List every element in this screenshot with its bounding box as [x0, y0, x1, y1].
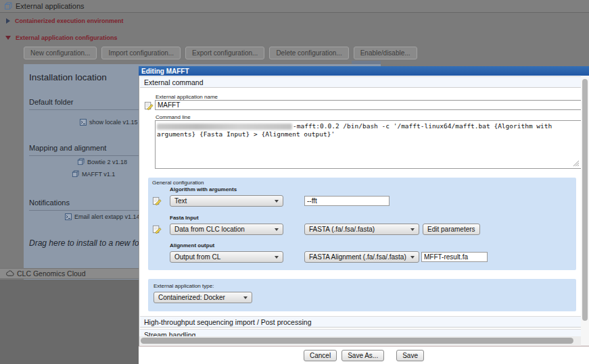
algorithm-type-dropdown[interactable]: Text [170, 195, 283, 207]
save-button[interactable]: Save [396, 350, 424, 361]
new-configuration-button[interactable]: New configuration... [24, 47, 97, 59]
installed-app-label[interactable]: Bowtie 2 v1.18 [87, 159, 127, 165]
editing-mafft-dialog: Editing MAFFT External command External … [139, 66, 589, 364]
configuration-toolbar: New configuration... Import configuratio… [24, 47, 417, 59]
output-filename-input[interactable] [421, 252, 488, 262]
application-type-dropdown[interactable]: Containerized: Docker [154, 292, 252, 303]
cube-icon [77, 158, 85, 165]
installed-app-label[interactable]: MAFFT v1.1 [82, 171, 115, 178]
edit-parameters-button[interactable]: Edit parameters [423, 224, 480, 235]
dropdown-value: Containerized: Docker [158, 294, 225, 301]
drag-hint-text: Drag here to install to a new folder [29, 238, 153, 248]
chevron-down-icon [275, 256, 279, 259]
edit-pencil-icon [152, 196, 162, 205]
installed-app-item[interactable]: Bowtie 2 v1.18 [77, 158, 127, 165]
dropdown-value: Text [174, 197, 187, 205]
application-type-group: External application type: Containerized… [148, 279, 576, 311]
installed-app-label[interactable]: show locale v1.15 [89, 119, 138, 126]
dialog-titlebar[interactable]: Editing MAFFT [139, 66, 589, 76]
redacted-registry-text [157, 124, 292, 130]
app-name-label: External application name [156, 94, 218, 100]
delete-configuration-button[interactable]: Delete configuration... [269, 47, 348, 59]
installed-app-item[interactable]: Email alert extapp v1.14 [65, 213, 140, 220]
command-line-textarea[interactable]: -mafft:0.0.2 /bin/bash -c '/mafft-linux6… [155, 120, 582, 169]
output-source-dropdown[interactable]: Output from CL [170, 251, 283, 263]
application-type-label: External application type: [154, 283, 214, 289]
command-line-label: Command line [156, 114, 191, 120]
app-name-input[interactable] [155, 100, 582, 110]
tree-item-label[interactable]: External application configurations [16, 34, 118, 41]
fasta-format-dropdown[interactable]: FASTA (.fa/.fsa/.fasta) [304, 224, 419, 235]
algorithm-arguments-input[interactable] [304, 196, 390, 206]
external-applications-icon [4, 2, 12, 10]
resize-grip-icon[interactable] [573, 160, 580, 167]
save-as-button[interactable]: Save As... [341, 350, 384, 361]
general-configuration-legend: General configuration [152, 180, 204, 186]
fasta-source-dropdown[interactable]: Data from CLC location [170, 224, 283, 235]
dialog-footer: Cancel Save As... Save [139, 346, 589, 364]
section-external-command[interactable]: External command [140, 76, 581, 88]
output-format-dropdown[interactable]: FASTA Alignment (.fa/.fsa/.fasta) [304, 251, 419, 263]
chevron-down-icon [410, 256, 415, 259]
dropdown-value: FASTA (.fa/.fsa/.fasta) [309, 226, 375, 233]
cube-icon [72, 170, 79, 178]
chevron-down-icon [275, 200, 279, 203]
dropdown-value: FASTA Alignment (.fa/.fsa/.fasta) [309, 253, 406, 261]
cloud-icon [5, 270, 14, 277]
installed-app-item[interactable]: show locale v1.15 [80, 119, 138, 126]
horizontal-scrollbar[interactable] [139, 336, 581, 345]
dialog-body: External command External application na… [139, 76, 589, 346]
vertical-scrollbar-thumb[interactable] [582, 79, 588, 321]
section-label: External command [144, 78, 204, 86]
command-line-text-1: -mafft:0.0.2 /bin/bash -c '/mafft-linux6… [293, 122, 552, 130]
edit-pencil-icon [152, 224, 162, 234]
expanded-arrow-icon[interactable] [5, 36, 11, 40]
algorithm-arguments-label: Algorithm with arguments [170, 186, 237, 192]
tree-item-configurations[interactable]: External application configurations [5, 34, 118, 41]
screen: External applications Containerized exec… [0, 0, 589, 364]
terminal-icon [65, 213, 72, 220]
workspace-empty-area [0, 280, 139, 364]
horizontal-scrollbar-thumb[interactable] [141, 338, 573, 344]
dropdown-value: Data from CLC location [174, 226, 245, 233]
command-line-text-2: arguments} {Fasta Input} > {Alignment ou… [157, 130, 335, 138]
general-configuration-group: General configuration Algorithm with arg… [148, 178, 576, 270]
section-label: High-throughput sequencing import / Post… [144, 318, 311, 326]
installed-app-label[interactable]: Email alert extapp v1.14 [74, 213, 140, 220]
vertical-scrollbar[interactable] [581, 76, 589, 346]
chevron-down-icon [243, 296, 248, 299]
panel-heading: Installation location [29, 72, 107, 82]
tree-item-containerized[interactable]: Containerized execution environment [6, 18, 124, 24]
window-title: External applications [16, 2, 85, 10]
chevron-down-icon [275, 228, 279, 231]
cancel-button[interactable]: Cancel [304, 350, 337, 361]
collapsed-arrow-icon[interactable] [6, 18, 10, 24]
enable-disable-button[interactable]: Enable/disable... [354, 47, 417, 59]
terminal-icon [80, 119, 87, 126]
export-configuration-button[interactable]: Export configuration... [185, 47, 264, 59]
dropdown-value: Output from CL [174, 253, 220, 261]
tree-item-label[interactable]: Containerized execution environment [15, 18, 124, 24]
fasta-input-label: Fasta Input [170, 215, 199, 221]
edit-pencil-icon [144, 101, 154, 110]
clc-genomics-cloud-label[interactable]: CLC Genomics Cloud [17, 269, 86, 278]
section-hts-import[interactable]: High-throughput sequencing import / Post… [140, 316, 581, 328]
dialog-title: Editing MAFFT [141, 68, 189, 75]
import-configuration-button[interactable]: Import configuration... [101, 47, 181, 59]
alignment-output-label: Alignment output [170, 242, 214, 249]
chevron-down-icon [410, 228, 415, 231]
installed-app-item[interactable]: MAFFT v1.1 [72, 170, 115, 178]
window-titlebar: External applications [0, 0, 589, 13]
